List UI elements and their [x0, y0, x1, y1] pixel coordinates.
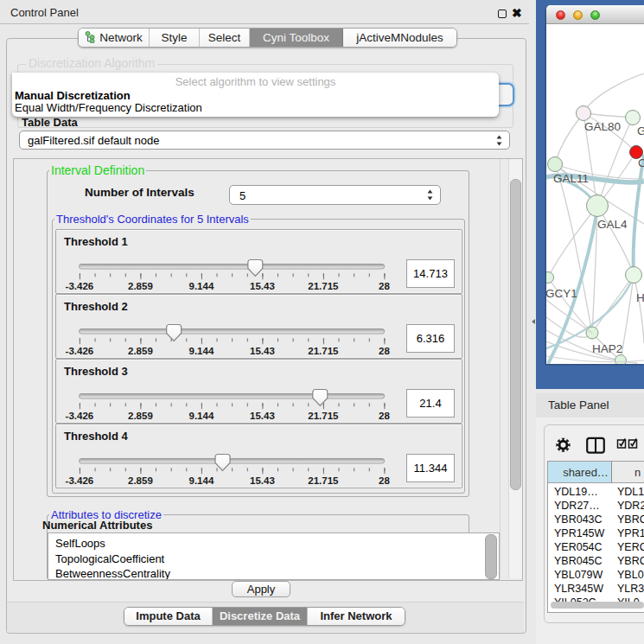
svg-text:21.715: 21.715: [308, 411, 339, 421]
svg-text:15.43: 15.43: [250, 411, 275, 421]
svg-text:-3.426: -3.426: [66, 411, 94, 421]
svg-text:GAL11: GAL11: [553, 172, 589, 185]
svg-text:9.144: 9.144: [189, 281, 214, 291]
svg-text:GAL4: GAL4: [597, 218, 628, 231]
svg-text:15.43: 15.43: [250, 281, 275, 291]
svg-text:H: H: [636, 291, 644, 304]
svg-text:2.859: 2.859: [128, 411, 153, 421]
svg-text:9.144: 9.144: [189, 346, 214, 356]
svg-text:21.715: 21.715: [308, 475, 339, 486]
svg-text:15.43: 15.43: [250, 475, 275, 486]
svg-text:-3.426: -3.426: [66, 281, 94, 291]
svg-text:2.859: 2.859: [128, 475, 153, 486]
svg-text:15.43: 15.43: [250, 346, 275, 356]
svg-text:C: C: [638, 156, 644, 169]
svg-text:-3.426: -3.426: [66, 346, 94, 356]
svg-text:2.859: 2.859: [128, 281, 153, 291]
svg-text:28: 28: [379, 346, 390, 356]
svg-text:9.144: 9.144: [189, 411, 214, 421]
svg-text:GCY1: GCY1: [546, 287, 577, 300]
svg-text:-3.426: -3.426: [66, 475, 94, 486]
svg-text:HAP2: HAP2: [592, 342, 622, 355]
svg-text:28: 28: [379, 475, 390, 486]
svg-text:2.859: 2.859: [128, 346, 153, 356]
svg-text:21.715: 21.715: [308, 346, 339, 356]
svg-text:21.715: 21.715: [308, 281, 339, 291]
svg-text:28: 28: [379, 281, 390, 291]
svg-text:GA: GA: [637, 124, 644, 137]
svg-text:28: 28: [379, 411, 390, 421]
svg-text:9.144: 9.144: [189, 475, 214, 486]
svg-text:GAL80: GAL80: [584, 120, 621, 133]
